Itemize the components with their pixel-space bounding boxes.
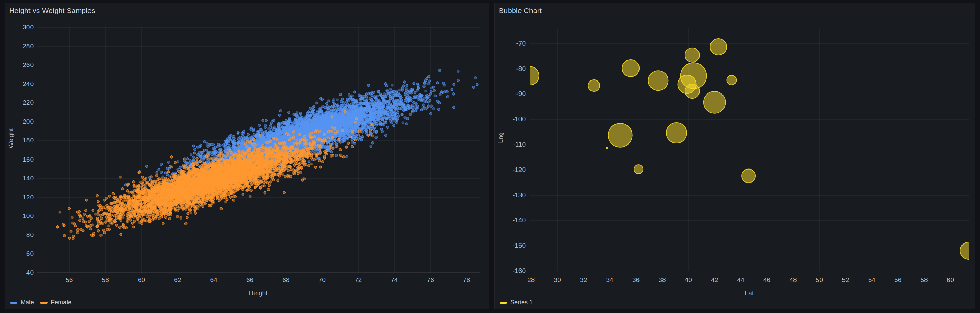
legend-label: Female: [51, 299, 71, 306]
x-tick-label: 58: [921, 277, 928, 284]
male-series-marker: [10, 302, 18, 304]
y-tick-label: 100: [5, 212, 33, 220]
y-tick-label: -140: [495, 217, 526, 224]
y-tick-label: 180: [5, 137, 33, 144]
x-tick-label: 40: [685, 277, 692, 284]
x-tick-label: 36: [632, 277, 640, 284]
y-tick-label: 60: [5, 250, 33, 258]
y-tick-label: -90: [495, 90, 526, 98]
y-axis-label: Lng: [497, 122, 504, 153]
panel-title: Height vs Weight Samples: [9, 6, 95, 15]
y-tick-label: 140: [5, 175, 33, 182]
x-tick-label: 50: [816, 277, 823, 284]
y-tick-label: 160: [5, 156, 33, 163]
scatter-plot-canvas[interactable]: [37, 27, 480, 273]
y-tick-label: 220: [5, 99, 33, 106]
x-tick-label: 34: [606, 277, 613, 284]
x-tick-label: 38: [659, 277, 665, 284]
y-tick-label: -110: [495, 141, 526, 148]
x-tick-label: 46: [763, 277, 770, 284]
x-axis-label: Lat: [745, 289, 754, 297]
x-tick-label: 44: [737, 277, 745, 284]
legend-label: Male: [21, 299, 34, 306]
x-tick-label: 66: [246, 277, 253, 284]
x-tick-label: 30: [554, 277, 561, 284]
y-tick-label: -150: [495, 242, 526, 249]
x-tick-label: 28: [527, 277, 535, 284]
x-tick-label: 42: [711, 277, 718, 284]
x-tick-label: 54: [868, 277, 875, 284]
x-tick-label: 60: [138, 277, 145, 284]
y-tick-label: -160: [495, 267, 526, 275]
x-tick-label: 64: [210, 277, 217, 284]
bubble-chart-canvas[interactable]: [530, 28, 969, 271]
x-tick-label: 52: [842, 277, 849, 284]
y-tick-label: -130: [495, 191, 526, 199]
y-tick-label: -100: [495, 115, 526, 123]
x-tick-label: 76: [427, 277, 434, 284]
y-tick-label: 120: [5, 193, 33, 201]
x-tick-label: 74: [391, 277, 398, 284]
x-tick-label: 56: [65, 277, 73, 284]
legend: Male Female: [10, 299, 71, 306]
female-series-marker: [40, 302, 48, 304]
x-tick-label: 72: [355, 277, 362, 284]
legend: Series 1: [500, 299, 533, 306]
x-tick-label: 48: [789, 277, 797, 284]
y-tick-label: 260: [5, 61, 33, 69]
panel-title: Bubble Chart: [499, 6, 542, 15]
x-tick-label: 70: [318, 277, 326, 284]
x-tick-label: 60: [947, 277, 954, 284]
x-tick-label: 56: [894, 277, 902, 284]
y-tick-label: -120: [495, 166, 526, 174]
legend-label: Series 1: [510, 299, 533, 306]
panel-bubble-chart: Bubble Chart Lat Lng Series 1 2830323436…: [495, 3, 975, 309]
legend-item-male[interactable]: Male: [10, 299, 34, 306]
y-tick-label: 240: [5, 80, 33, 88]
x-tick-label: 32: [580, 277, 587, 284]
series1-marker: [500, 302, 507, 304]
y-tick-label: 300: [5, 24, 33, 31]
legend-item-female[interactable]: Female: [40, 299, 71, 306]
x-tick-label: 68: [282, 277, 290, 284]
x-tick-label: 62: [174, 277, 181, 284]
y-tick-label: 280: [5, 43, 33, 50]
y-tick-label: 40: [5, 269, 33, 277]
x-tick-label: 78: [463, 277, 470, 284]
y-tick-label: -70: [495, 40, 526, 47]
x-axis-label: Height: [249, 289, 268, 297]
panel-height-vs-weight: Height vs Weight Samples Height Weight M…: [5, 3, 489, 309]
y-tick-label: -80: [495, 65, 526, 73]
y-tick-label: 200: [5, 118, 33, 125]
dashboard: Height vs Weight Samples Height Weight M…: [0, 0, 980, 313]
legend-item-series1[interactable]: Series 1: [500, 299, 533, 306]
x-tick-label: 58: [102, 277, 109, 284]
y-tick-label: 80: [5, 231, 33, 239]
